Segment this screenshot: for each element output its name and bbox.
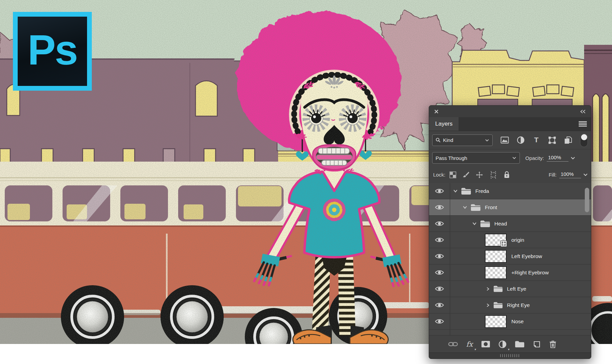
layer-row-front[interactable]: Front [429, 199, 591, 216]
lock-position-icon[interactable] [476, 171, 483, 179]
visibility-toggle[interactable] [429, 216, 450, 232]
visibility-toggle[interactable] [429, 183, 450, 199]
visibility-toggle[interactable] [429, 248, 450, 264]
chevron-right-icon[interactable] [486, 287, 490, 291]
layer-thumbnail[interactable] [485, 315, 507, 328]
lock-row: Lock: Fill: 100% [429, 166, 591, 183]
chevron-down-icon [512, 157, 516, 159]
panel-tab-strip: Layers [429, 117, 591, 131]
new-adjustment-layer-icon[interactable]: ▾ [498, 340, 507, 348]
new-group-icon[interactable] [515, 341, 525, 348]
layer-row-origin[interactable]: origin [429, 232, 591, 248]
close-icon[interactable] [434, 109, 439, 114]
layer-row-nose[interactable]: Nose [429, 313, 591, 330]
opacity-dropdown-icon[interactable] [571, 157, 575, 160]
photoshop-screen: Ps [0, 0, 612, 364]
blend-mode-value: Pass Through [436, 155, 467, 161]
lock-all-icon[interactable] [504, 171, 510, 179]
layer-row-head[interactable]: Head [429, 216, 591, 232]
smart-object-filter-icon[interactable] [564, 136, 572, 144]
panel-resize-grip[interactable] [429, 352, 591, 359]
layer-name: Left Eyebrow [511, 253, 542, 259]
adjustment-layer-filter-icon[interactable] [517, 136, 525, 144]
group-folder-icon [493, 302, 503, 309]
layer-name: +Right Eyebrow [511, 270, 549, 276]
layer-row-right-eye[interactable]: Right Eye [429, 297, 591, 313]
layer-name: Head [494, 221, 507, 227]
group-folder-icon [493, 285, 503, 292]
layer-thumbnail[interactable] [485, 266, 507, 279]
type-layer-filter-icon[interactable] [532, 136, 540, 144]
layer-row-left-eyebrow[interactable]: Left Eyebrow [429, 248, 591, 265]
delete-layer-icon[interactable] [549, 340, 557, 348]
lock-artboard-icon[interactable] [489, 171, 497, 179]
panel-footer: fx▾ ▾ [429, 335, 591, 353]
layer-name: Right Eye [507, 302, 530, 308]
visibility-toggle[interactable] [429, 297, 450, 313]
layer-row-left-eye[interactable]: Left Eye [429, 281, 591, 297]
smart-object-badge-icon [500, 240, 507, 247]
layer-row-freda[interactable]: Freda [429, 183, 591, 199]
lock-label: Lock: [433, 172, 445, 178]
visibility-toggle[interactable] [429, 281, 450, 297]
scrollbar-thumb[interactable] [585, 188, 589, 212]
layer-row-partial [429, 330, 591, 335]
chevron-right-icon[interactable] [486, 303, 490, 308]
blend-mode-dropdown[interactable]: Pass Through [432, 152, 520, 164]
group-folder-icon [461, 187, 471, 195]
fill-value[interactable]: 100% [559, 171, 581, 178]
layer-styles-fx-icon[interactable]: fx▾ [466, 340, 473, 348]
group-folder-icon [480, 220, 490, 228]
collapse-panel-icon[interactable] [580, 109, 586, 114]
layer-name: origin [511, 237, 524, 243]
blend-mode-row: Pass Through Opacity: 100% [429, 149, 591, 166]
visibility-toggle[interactable] [429, 199, 450, 215]
fill-label: Fill: [549, 172, 557, 178]
filter-row: Kind [429, 131, 591, 149]
chevron-down-icon [485, 139, 489, 142]
kind-filter-label: Kind [443, 137, 453, 143]
tab-layers-label: Layers [435, 121, 453, 127]
layer-thumbnail[interactable] [485, 250, 507, 263]
fill-dropdown-icon[interactable] [583, 173, 588, 176]
visibility-toggle[interactable] [429, 313, 450, 329]
visibility-toggle[interactable] [429, 232, 450, 248]
panel-menu-icon[interactable] [579, 117, 591, 131]
opacity-label: Opacity: [525, 155, 544, 161]
layer-list: Freda Front Head [429, 183, 591, 335]
layer-name: Nose [511, 318, 524, 325]
photoshop-logo-text: Ps [28, 26, 77, 74]
link-layers-icon[interactable] [448, 341, 458, 347]
opacity-value[interactable]: 100% [547, 154, 568, 162]
kind-filter-dropdown[interactable]: Kind [432, 134, 493, 146]
chevron-down-icon[interactable] [462, 205, 468, 210]
layer-row-right-eyebrow[interactable]: +Right Eyebrow [429, 265, 591, 281]
photoshop-logo: Ps [13, 12, 92, 91]
group-folder-icon [471, 204, 481, 211]
layer-name: Front [485, 204, 497, 211]
layer-name: Left Eye [507, 286, 526, 292]
pixel-layer-filter-icon[interactable] [500, 136, 509, 144]
search-icon [436, 138, 441, 143]
chevron-down-icon[interactable] [472, 221, 477, 226]
panel-header [429, 106, 591, 117]
tab-layers[interactable]: Layers [429, 117, 459, 131]
shape-layer-filter-icon[interactable] [548, 136, 556, 144]
lock-transparent-pixels-icon[interactable] [449, 171, 456, 178]
layer-thumbnail[interactable] [485, 234, 507, 247]
add-layer-mask-icon[interactable] [481, 341, 490, 348]
layers-panel: Layers Kind Pass Through [429, 105, 591, 359]
lock-image-pixels-icon[interactable] [462, 171, 470, 178]
filter-toggle[interactable] [580, 133, 588, 147]
chevron-down-icon[interactable] [453, 188, 458, 194]
new-layer-icon[interactable] [533, 340, 541, 348]
layer-name: Freda [475, 188, 489, 194]
visibility-toggle[interactable] [429, 265, 450, 280]
